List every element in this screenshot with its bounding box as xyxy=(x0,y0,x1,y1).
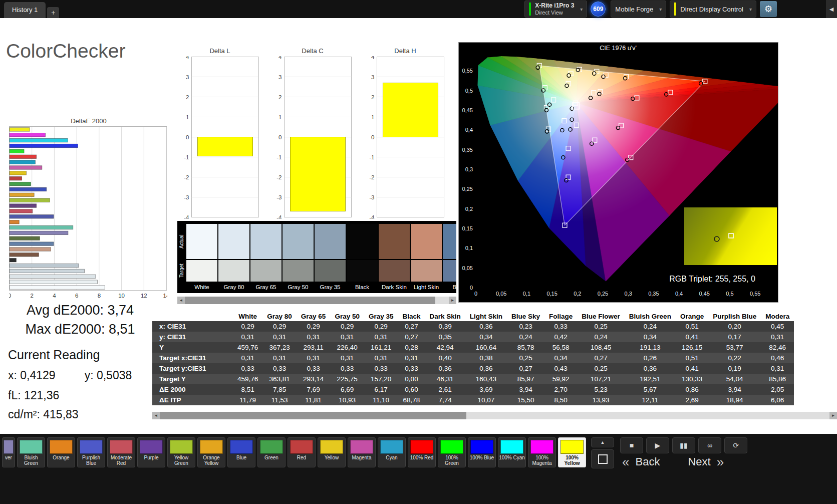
svg-text:0,15: 0,15 xyxy=(462,225,473,231)
scrollbar-thumb[interactable] xyxy=(185,297,435,304)
patch-swatch xyxy=(320,440,343,454)
deltae-bar-Light Skin xyxy=(10,247,51,251)
svg-text:-4: -4 xyxy=(184,214,189,219)
table-cell: 0,26 xyxy=(625,353,676,363)
table-scrollbar[interactable]: ◄ ► xyxy=(152,412,837,419)
svg-text:-1: -1 xyxy=(369,154,374,160)
patch-button-red[interactable]: Red xyxy=(288,437,316,467)
tab-history-1[interactable]: History 1 xyxy=(4,2,46,18)
settings-button[interactable]: ⚙ xyxy=(760,1,777,17)
scroll-left-icon[interactable]: ◄ xyxy=(152,412,160,419)
svg-text:0,25: 0,25 xyxy=(462,186,473,192)
table-cell: 459,76 xyxy=(233,374,262,384)
pattern-window-button[interactable] xyxy=(591,449,614,468)
swatch-target xyxy=(443,260,456,282)
deltae-bar-Yellow Green xyxy=(10,198,50,202)
table-cell: 5,67 xyxy=(625,384,676,395)
back-button[interactable]: Back xyxy=(635,455,660,468)
table-cell: 0,22 xyxy=(708,353,761,363)
source-dropdown[interactable]: Mobile Forge ▾ xyxy=(611,1,666,18)
next-chevrons-icon[interactable]: » xyxy=(717,455,724,468)
svg-text:-2: -2 xyxy=(369,174,374,180)
next-button[interactable]: Next xyxy=(688,455,710,468)
table-cell: 10,07 xyxy=(465,395,507,405)
patch-button-100-red[interactable]: 100% Red xyxy=(408,437,436,467)
patch-swatch xyxy=(140,440,163,454)
deltae-bar-Red xyxy=(10,177,22,180)
swatch-strip-scrollbar[interactable]: ◄ ► xyxy=(177,297,456,304)
patch-label: Purplish Blue xyxy=(78,455,105,466)
add-tab-button[interactable]: + xyxy=(47,7,59,18)
svg-text:0,4: 0,4 xyxy=(675,291,683,297)
back-chevrons-icon[interactable]: « xyxy=(622,455,629,468)
patch-label: Cyan xyxy=(386,455,397,460)
table-cell: 0,19 xyxy=(708,363,761,374)
table-cell: 0,40 xyxy=(425,353,465,363)
workflow-dropdown[interactable]: Direct Display Control ▾ xyxy=(670,1,756,18)
scrollbar-track[interactable] xyxy=(160,412,829,419)
patch-button-yellow-green[interactable]: Yellow Green xyxy=(167,437,195,467)
patch-button-orange-yellow[interactable]: Orange Yellow xyxy=(197,437,225,467)
loop-button[interactable]: ⟳ xyxy=(724,437,747,453)
deltae-bar-Gray 35 xyxy=(10,264,79,267)
play-button[interactable]: ▶ xyxy=(646,437,669,453)
row-label: Target x:CIE31 xyxy=(152,353,233,363)
patch-button-purplish-blue[interactable]: Purplish Blue xyxy=(77,437,105,467)
bottom-bar: verBluish GreenOrangePurplish BlueModera… xyxy=(0,434,837,504)
patch-button-purple[interactable]: Purple xyxy=(137,437,165,467)
table-row: Y459,76367,23293,11226,40161,210,2842,94… xyxy=(152,342,794,353)
scroll-right-icon[interactable]: ► xyxy=(829,412,837,419)
patch-label: 100% Magenta xyxy=(528,455,555,466)
current-x: x: 0,4129 xyxy=(8,369,56,382)
patch-label: ver xyxy=(5,455,12,460)
patch-button-bluish-green[interactable]: Bluish Green xyxy=(17,437,45,467)
patch-button-cyan[interactable]: Cyan xyxy=(378,437,406,467)
swatch-actual xyxy=(443,224,456,259)
table-cell: 7,74 xyxy=(425,395,465,405)
pause-button[interactable]: ▮▮ xyxy=(672,437,695,453)
collapse-panel-button[interactable]: ◀ xyxy=(826,0,837,18)
swatch-label: Black xyxy=(347,282,378,293)
expand-panel-button[interactable]: ▲ xyxy=(591,437,614,447)
patch-button-magenta[interactable]: Magenta xyxy=(348,437,376,467)
table-header: Modera xyxy=(761,312,794,321)
scrollbar-track[interactable] xyxy=(185,297,449,304)
swatch-actual xyxy=(411,224,442,259)
patch-button-100-magenta[interactable]: 100% Magenta xyxy=(528,437,556,467)
patch-button-ver[interactable]: ver xyxy=(2,437,15,467)
patch-button-100-green[interactable]: 100% Green xyxy=(438,437,466,467)
table-cell: 0,34 xyxy=(544,353,577,363)
scrollbar-thumb[interactable] xyxy=(160,412,466,419)
patch-button-100-cyan[interactable]: 100% Cyan xyxy=(498,437,526,467)
patch-button-blue[interactable]: Blue xyxy=(227,437,255,467)
patch-button-yellow[interactable]: Yellow xyxy=(318,437,346,467)
swatch-label: Dark Skin xyxy=(379,282,410,293)
svg-text:3: 3 xyxy=(186,74,189,80)
scroll-right-icon[interactable]: ► xyxy=(449,297,456,304)
table-cell: 56,58 xyxy=(544,342,577,353)
stop-button[interactable]: ■ xyxy=(620,437,643,453)
svg-text:0,3: 0,3 xyxy=(625,291,632,297)
patch-button-100-yellow[interactable]: 100% Yellow xyxy=(558,437,586,467)
patch-button-moderate-red[interactable]: Moderate Red xyxy=(107,437,135,467)
patch-swatch xyxy=(80,440,103,454)
patch-swatch xyxy=(350,440,373,454)
svg-text:2: 2 xyxy=(31,293,34,299)
meter-count-badge[interactable]: 609 xyxy=(591,2,606,17)
patch-button-100-blue[interactable]: 100% Blue xyxy=(468,437,496,467)
row-label: ΔE 2000 xyxy=(152,384,233,395)
patch-button-orange[interactable]: Orange xyxy=(47,437,75,467)
de-summary: Avg dE2000: 3,74 Max dE2000: 8,51 xyxy=(7,301,153,339)
infinity-button[interactable]: ∞ xyxy=(698,437,721,453)
scroll-left-icon[interactable]: ◄ xyxy=(177,297,185,304)
table-cell: 85,78 xyxy=(507,342,544,353)
actual-row-label: Actual xyxy=(179,225,184,258)
table-cell: 0,31 xyxy=(330,353,364,363)
table-cell: 160,43 xyxy=(465,374,507,384)
swatch-target xyxy=(411,260,442,282)
table-row: x: CIE310,290,290,290,290,290,270,390,36… xyxy=(152,321,794,332)
patch-button-green[interactable]: Green xyxy=(257,437,286,467)
table-cell: 0,39 xyxy=(425,321,465,332)
meter-dropdown[interactable]: X-Rite i1Pro 3 Direct View ▾ xyxy=(524,1,587,18)
table-header: Black xyxy=(398,312,425,321)
